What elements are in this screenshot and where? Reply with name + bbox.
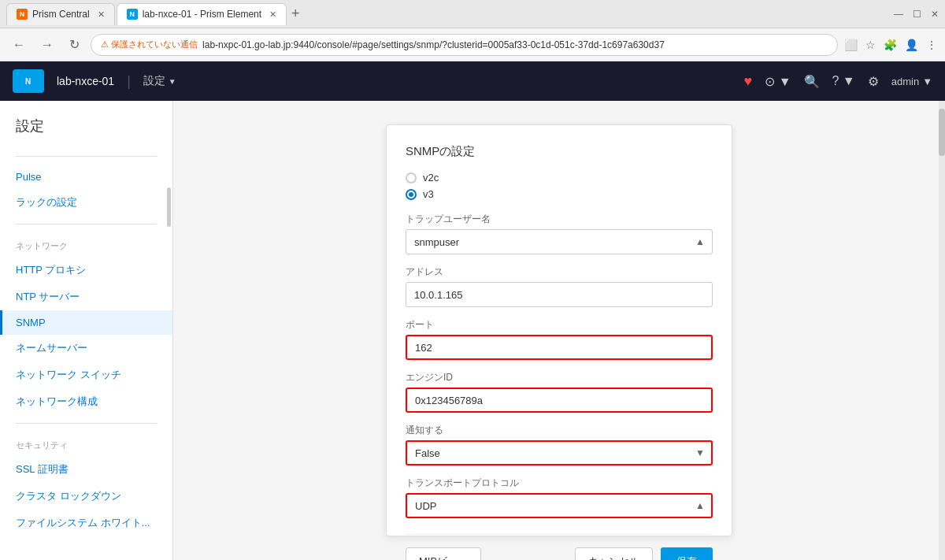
port-label: ポート — [406, 318, 713, 332]
sidebar-item-network-config[interactable]: ネットワーク構成 — [0, 388, 172, 415]
address-input[interactable] — [406, 282, 713, 307]
transport-value: UDP — [415, 500, 436, 512]
bookmark-icon[interactable]: ☆ — [865, 39, 876, 51]
radio-v2c-label: v2c — [423, 172, 439, 184]
content-scrollbar-thumb[interactable] — [939, 109, 945, 156]
user-label: admin — [891, 76, 919, 87]
sidebar-divider-top — [16, 156, 157, 157]
close-button[interactable]: ✕ — [931, 9, 939, 20]
security-warning: ⚠ 保護されていない通信 — [101, 39, 198, 50]
tab-prism-central[interactable]: N Prism Central ✕ — [6, 3, 115, 25]
notify-value: False — [415, 447, 440, 459]
tab-prism-element-close[interactable]: ✕ — [269, 9, 276, 20]
radio-v2c[interactable]: v2c — [406, 172, 713, 184]
panel-title: SNMPの設定 — [406, 144, 713, 159]
content-area: SNMPの設定 v2c v3 トラップユー — [173, 101, 945, 560]
sidebar-item-rack[interactable]: ラックの設定 — [0, 189, 172, 216]
menu-icon[interactable]: ⋮ — [926, 39, 937, 51]
sidebar-item-pulse[interactable]: Pulse — [0, 165, 172, 189]
save-button[interactable]: 保存 — [661, 547, 713, 560]
sidebar-divider-network — [16, 224, 157, 224]
trap-user-value: snmpuser — [414, 236, 459, 248]
settings-menu-label: 設定 — [143, 74, 165, 88]
address-label: アドレス — [406, 265, 713, 279]
notify-select[interactable]: False — [406, 440, 713, 465]
notify-field: 通知する False ▼ — [406, 424, 713, 465]
extensions-icon[interactable]: 🧩 — [884, 39, 897, 51]
content-scrollbar-track — [939, 101, 945, 560]
user-dropdown-arrow: ▼ — [922, 76, 932, 87]
sidebar-item-lockdown[interactable]: クラスタ ロックダウン — [0, 483, 172, 510]
port-field: ポート — [406, 318, 713, 360]
avatar-icon[interactable]: 👤 — [905, 39, 918, 51]
refresh-button[interactable]: ↻ — [65, 35, 84, 54]
sidebar-section-security: セキュリティ — [0, 432, 172, 456]
sidebar-item-name-server[interactable]: ネームサーバー — [0, 335, 172, 362]
settings-icon[interactable]: ⚙ — [868, 74, 879, 89]
transport-label: トランスポートプロトコル — [406, 477, 713, 490]
tab-prism-element[interactable]: N lab-nxce-01 - Prism Element ✕ — [117, 3, 287, 25]
notify-select-wrapper: False ▼ — [406, 440, 713, 465]
snmp-panel: SNMPの設定 v2c v3 トラップユー — [386, 124, 732, 536]
button-row: MIBビュー キャンセル 保存 — [406, 534, 713, 560]
cast-icon[interactable]: ⬜ — [844, 39, 858, 51]
address-input[interactable]: ⚠ 保護されていない通信 lab-nxpc-01.go-lab.jp:9440/… — [91, 34, 838, 56]
browser-toolbar-icons: ⬜ ☆ 🧩 👤 ⋮ — [844, 39, 937, 51]
transport-field: トランスポートプロトコル UDP ▲ — [406, 477, 713, 518]
back-button[interactable]: ← — [8, 36, 30, 54]
sidebar-item-network-switch[interactable]: ネットワーク スイッチ — [0, 362, 172, 388]
settings-menu-arrow: ▼ — [169, 77, 176, 86]
engine-id-input[interactable] — [406, 388, 713, 413]
trap-user-field: トラップユーザー名 snmpuser ▲ — [406, 213, 713, 254]
radio-v3[interactable]: v3 — [406, 188, 713, 200]
header-divider: | — [127, 73, 131, 90]
health-icon[interactable]: ♥ — [744, 73, 753, 90]
new-tab-button[interactable]: + — [291, 6, 300, 22]
app-header: N lab-nxce-01 | 設定 ▼ ♥ ⊙ ▼ 🔍 ? ▼ ⚙ admin… — [0, 61, 945, 101]
sidebar-item-ssl[interactable]: SSL 証明書 — [0, 456, 172, 483]
sidebar-item-ntp[interactable]: NTP サーバー — [0, 284, 172, 310]
radio-v3-label: v3 — [423, 188, 434, 200]
prism-element-icon: N — [127, 9, 138, 20]
transport-select-wrapper: UDP ▲ — [406, 493, 713, 518]
trap-user-select-wrapper: snmpuser ▲ — [406, 229, 713, 254]
radio-v3-dot — [409, 192, 413, 197]
nutanix-logo: N — [13, 69, 44, 93]
mib-view-button[interactable]: MIBビュー — [406, 547, 481, 560]
port-input[interactable] — [406, 335, 713, 360]
sidebar-item-whitelist[interactable]: ファイルシステム ホワイト... — [0, 510, 172, 536]
maximize-button[interactable]: ☐ — [913, 9, 921, 20]
search-icon[interactable]: 🔍 — [804, 74, 820, 89]
radio-v3-circle — [406, 189, 417, 200]
tab-prism-central-close[interactable]: ✕ — [98, 9, 105, 20]
trap-user-label: トラップユーザー名 — [406, 213, 713, 226]
settings-menu[interactable]: 設定 ▼ — [143, 74, 176, 88]
sidebar-section-network: ネットワーク — [0, 232, 172, 257]
address-text: lab-nxpc-01.go-lab.jp:9440/console/#page… — [202, 39, 665, 50]
cancel-button[interactable]: キャンセル — [575, 547, 653, 560]
user-menu[interactable]: admin ▼ — [891, 76, 932, 87]
forward-button[interactable]: → — [36, 36, 58, 54]
address-field: アドレス — [406, 265, 713, 307]
radio-v2c-circle — [406, 172, 417, 184]
sidebar-item-http-proxy[interactable]: HTTP プロキシ — [0, 257, 172, 284]
trap-user-select[interactable]: snmpuser — [406, 229, 713, 254]
transport-select[interactable]: UDP — [406, 493, 713, 518]
minimize-button[interactable]: — — [894, 9, 903, 20]
notify-label: 通知する — [406, 424, 713, 437]
tasks-icon[interactable]: ⊙ ▼ — [765, 74, 791, 89]
tab-prism-central-label: Prism Central — [32, 9, 90, 20]
sidebar-scrollbar[interactable] — [167, 187, 171, 227]
main-layout: 設定 Pulse ラックの設定 ネットワーク HTTP プロキシ NTP サーバ… — [0, 101, 945, 560]
window-controls: — ☐ ✕ — [894, 9, 939, 20]
help-icon[interactable]: ? ▼ — [832, 74, 855, 88]
version-radio-group: v2c v3 — [406, 172, 713, 200]
engine-id-field: エンジンID — [406, 371, 713, 413]
tab-prism-element-label: lab-nxce-01 - Prism Element — [143, 9, 261, 20]
sidebar-title: 設定 — [0, 117, 172, 148]
title-bar: N Prism Central ✕ N lab-nxce-01 - Prism … — [0, 0, 945, 28]
action-buttons: キャンセル 保存 — [575, 547, 713, 560]
sidebar-item-snmp[interactable]: SNMP — [0, 310, 172, 335]
address-bar: ← → ↻ ⚠ 保護されていない通信 lab-nxpc-01.go-lab.jp… — [0, 28, 945, 61]
sidebar: 設定 Pulse ラックの設定 ネットワーク HTTP プロキシ NTP サーバ… — [0, 101, 173, 560]
